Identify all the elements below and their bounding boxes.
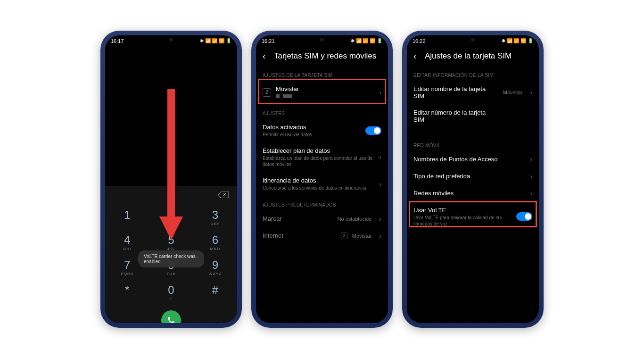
dial-input-row — [105, 186, 237, 205]
call-bar — [105, 305, 237, 323]
phone-frame-1: 16:17 ✱ 📶 📶 🛜 🔋 1 2ABC 3DEF 4GHI 5JKL 6M… — [100, 31, 242, 328]
roaming-row[interactable]: Itinerancia de datos Conectarse a los se… — [256, 172, 388, 196]
edit-sim-name-row[interactable]: Editar nombre de la tarjeta SIM Movistar… — [407, 81, 539, 104]
sim-card-row[interactable]: 2 Movistar › — [256, 81, 388, 104]
page-title: Ajustes de la tarjeta SIM — [425, 51, 512, 61]
volte-sub: Usar VoLTE para mejorar la calidad de la… — [413, 215, 512, 227]
chevron-right-icon: › — [379, 180, 381, 188]
sim-name: Movistar — [276, 85, 374, 92]
section-defaults: AJUSTES PREDETERMINADOS — [256, 196, 388, 210]
key-star[interactable]: * — [105, 280, 149, 305]
chevron-right-icon: › — [530, 156, 532, 163]
apn-row[interactable]: Nombres de Puntos de Acceso › — [407, 151, 539, 168]
preferred-network-title: Tipo de red preferida — [413, 173, 525, 180]
volte-toggle[interactable] — [516, 212, 532, 221]
notch — [452, 35, 494, 44]
edit-sim-number-row[interactable]: Editar número de la tarjeta SIM — [407, 104, 539, 128]
section-edit-sim: EDITAR INFORMACIÓN DE LA SIM — [407, 66, 539, 81]
screen-3: 16:22 ✱ 📶 📶 🛜 🔋 ‹ Ajustes de la tarjeta … — [407, 35, 539, 323]
status-icons: ✱ 📶 📶 🛜 🔋 — [502, 38, 533, 43]
data-plan-title: Establecer plan de datos — [263, 147, 374, 154]
apn-title: Nombres de Puntos de Acceso — [413, 156, 525, 163]
mobile-data-toggle[interactable] — [365, 126, 381, 135]
mobile-networks-row[interactable]: Redes móviles › — [407, 185, 539, 202]
default-internet-row[interactable]: Internet 2 Movistar › — [256, 227, 388, 244]
default-dial-title: Marcar — [263, 215, 333, 222]
section-settings: AJUSTES — [256, 104, 388, 119]
toast-message: VoLTE carrier check was enabled. — [138, 250, 204, 267]
status-icons: ✱ 📶 📶 🛜 🔋 — [351, 38, 382, 43]
status-icons: ✱ 📶 📶 🛜 🔋 — [200, 38, 231, 43]
roaming-title: Itinerancia de datos — [263, 177, 374, 184]
mobile-data-title: Datos activados — [263, 124, 361, 131]
screen-2: 16:21 ✱ 📶 📶 🛜 🔋 ‹ Tarjetas SIM y redes m… — [256, 35, 388, 323]
edit-sim-name-title: Editar nombre de la tarjeta SIM — [413, 85, 498, 100]
page-header: ‹ Tarjetas SIM y redes móviles — [256, 47, 388, 66]
dialer-content-area — [105, 47, 237, 205]
notch — [150, 35, 192, 44]
mobile-data-toggle-row[interactable]: Datos activados Permitir el uso de datos — [256, 119, 388, 142]
back-button[interactable]: ‹ — [413, 51, 416, 61]
edit-sim-name-value: Movistar — [503, 90, 523, 95]
notch — [301, 35, 343, 44]
default-internet-title: Internet — [263, 232, 336, 239]
phone-frame-3: 16:22 ✱ 📶 📶 🛜 🔋 ‹ Ajustes de la tarjeta … — [402, 31, 544, 328]
volte-row[interactable]: Usar VoLTE Usar VoLTE para mejorar la ca… — [407, 202, 539, 232]
key-1[interactable]: 1 — [105, 205, 149, 230]
chevron-right-icon: › — [379, 89, 381, 96]
sim-number-masked — [276, 93, 374, 100]
back-button[interactable]: ‹ — [263, 51, 265, 61]
screen-1: 16:17 ✱ 📶 📶 🛜 🔋 1 2ABC 3DEF 4GHI 5JKL 6M… — [105, 35, 237, 323]
mobile-networks-title: Redes móviles — [413, 190, 525, 197]
status-time: 16:22 — [413, 38, 426, 44]
status-time: 16:17 — [111, 38, 124, 44]
volte-title: Usar VoLTE — [413, 207, 512, 214]
call-button[interactable] — [161, 310, 181, 323]
key-hash[interactable]: # — [193, 280, 237, 305]
sim-slot-badge-small: 2 — [341, 233, 347, 239]
backspace-icon[interactable] — [218, 191, 229, 200]
page-header: ‹ Ajustes de la tarjeta SIM — [407, 47, 539, 66]
chevron-right-icon: › — [379, 232, 381, 240]
chevron-right-icon: › — [530, 173, 532, 180]
phone-icon — [167, 316, 175, 323]
chevron-right-icon: › — [530, 89, 532, 96]
chevron-right-icon: › — [379, 215, 381, 223]
section-sim: AJUSTES DE LA TARJETA SIM — [256, 66, 388, 81]
mobile-data-sub: Permitir el uso de datos — [263, 132, 361, 138]
default-dial-row[interactable]: Marcar No establecido › — [256, 210, 388, 227]
roaming-sub: Conectarse a los servicios de datos en i… — [263, 185, 374, 191]
key-2[interactable]: 2ABC — [149, 205, 193, 230]
status-time: 16:21 — [262, 38, 275, 44]
data-plan-sub: Establezca un plan de datos para control… — [263, 155, 374, 167]
chevron-right-icon: › — [530, 190, 532, 197]
page-title: Tarjetas SIM y redes móviles — [274, 51, 376, 61]
key-0[interactable]: 0+ — [149, 280, 193, 305]
default-dial-value: No establecido — [338, 216, 372, 222]
phone-frame-2: 16:21 ✱ 📶 📶 🛜 🔋 ‹ Tarjetas SIM y redes m… — [251, 31, 393, 328]
chevron-right-icon: › — [379, 153, 381, 161]
sim-slot-badge: 2 — [263, 88, 271, 97]
default-internet-value: Movistar — [352, 233, 372, 239]
section-mobile-network: RED MÓVIL — [407, 136, 539, 151]
data-plan-row[interactable]: Establecer plan de datos Establezca un p… — [256, 142, 388, 172]
preferred-network-row[interactable]: Tipo de red preferida › — [407, 168, 539, 185]
key-3[interactable]: 3DEF — [193, 205, 237, 230]
edit-sim-number-title: Editar número de la tarjeta SIM — [413, 109, 489, 123]
